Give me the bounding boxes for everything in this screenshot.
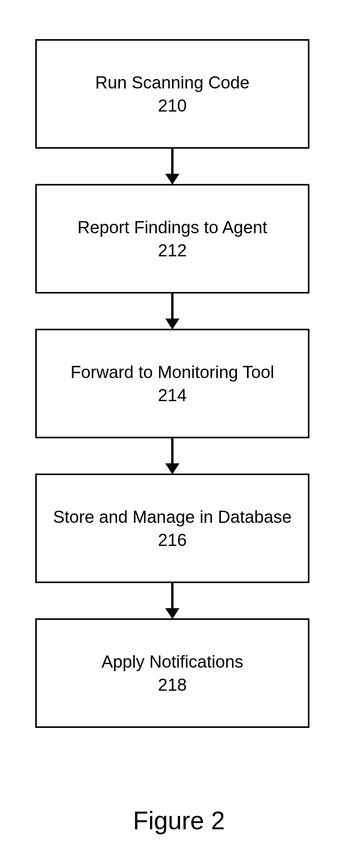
flowchart: Run Scanning Code 210 Report Findings to…: [35, 39, 309, 728]
flow-step-218: Apply Notifications 218: [35, 618, 309, 728]
arrow: [35, 583, 309, 618]
step-label: Report Findings to Agent: [78, 216, 267, 239]
flow-step-214: Forward to Monitoring Tool 214: [35, 329, 309, 438]
step-number: 216: [158, 528, 186, 551]
step-label: Forward to Monitoring Tool: [71, 360, 274, 384]
step-number: 212: [158, 239, 186, 262]
flow-step-210: Run Scanning Code 210: [35, 39, 309, 149]
arrow: [35, 294, 309, 329]
step-label: Apply Notifications: [101, 650, 243, 673]
step-label: Store and Manage in Database: [53, 505, 291, 528]
step-number: 218: [158, 673, 186, 696]
arrow: [35, 438, 309, 474]
flow-step-212: Report Findings to Agent 212: [35, 184, 309, 294]
arrow: [35, 149, 309, 184]
step-label: Run Scanning Code: [95, 71, 250, 94]
flow-step-216: Store and Manage in Database 216: [35, 474, 309, 583]
step-number: 214: [158, 384, 186, 407]
figure-caption: Figure 2: [0, 806, 358, 835]
step-number: 210: [158, 94, 186, 117]
